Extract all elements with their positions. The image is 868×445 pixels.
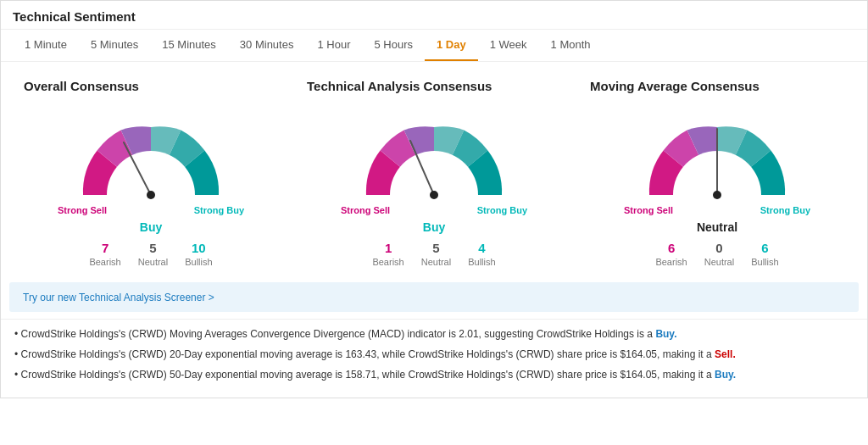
technical-neutral-label: Neutral [421, 257, 451, 267]
tab-30-minutes[interactable]: 30 Minutes [228, 30, 306, 61]
technical-bearish-label: Bearish [372, 257, 403, 267]
note-highlight-0: Buy. [655, 328, 676, 340]
screener-bar: Try our new Technical Analysis Screener … [9, 282, 859, 312]
moving-avg-neutral-label: Neutral [704, 257, 734, 267]
moving-avg-gauge [624, 102, 810, 203]
overall-neutral-stat: 5 Neutral [138, 241, 168, 267]
moving-avg-buy-label: Strong Buy [760, 205, 810, 215]
technical-bearish-num: 1 [385, 241, 392, 255]
overall-bearish-stat: 7 Bearish [89, 241, 120, 267]
technical-bullish-label: Bullish [468, 257, 495, 267]
note-highlight-2: Buy. [715, 369, 736, 381]
svg-point-2 [147, 191, 155, 199]
moving-avg-consensus-value: Neutral [697, 220, 737, 234]
moving-avg-bullish-stat: 6 Bullish [751, 241, 778, 267]
tab-1-hour[interactable]: 1 Hour [305, 30, 362, 61]
svg-point-5 [430, 191, 438, 199]
moving-avg-stats: 6 Bearish 0 Neutral 6 Bullish [655, 241, 778, 267]
moving-avg-sell-label: Strong Sell [624, 205, 673, 215]
overall-bullish-stat: 10 Bullish [185, 241, 212, 267]
note-item-0: CrowdStrike Holdings's (CRWD) Moving Ave… [14, 326, 854, 342]
notes-section: CrowdStrike Holdings's (CRWD) Moving Ave… [1, 320, 867, 398]
technical-consensus-block: Technical Analysis Consensus Strong Sell [307, 79, 561, 267]
moving-avg-bearish-stat: 6 Bearish [655, 241, 687, 267]
technical-sell-label: Strong Sell [341, 205, 390, 215]
tab-1-minute[interactable]: 1 Minute [13, 30, 79, 61]
tab-5-minutes[interactable]: 5 Minutes [79, 30, 150, 61]
technical-bearish-stat: 1 Bearish [372, 241, 403, 267]
widget-title: Technical Sentiment [13, 9, 855, 24]
technical-sentiment-widget: Technical Sentiment 1 Minute5 Minutes15 … [0, 0, 868, 398]
technical-buy-label: Strong Buy [477, 205, 527, 215]
moving-avg-gauge-svg [624, 102, 810, 203]
overall-sell-label: Strong Sell [58, 205, 107, 215]
technical-gauge-labels: Strong Sell Strong Buy [341, 205, 527, 215]
svg-point-8 [713, 191, 721, 199]
technical-neutral-stat: 5 Neutral [421, 241, 451, 267]
technical-gauge [341, 102, 527, 203]
overall-title: Overall Consensus [24, 79, 139, 93]
technical-stats: 1 Bearish 5 Neutral 4 Bullish [372, 241, 495, 267]
widget-header: Technical Sentiment [1, 1, 867, 30]
gauges-row: Overall Consensus [1, 62, 867, 275]
moving-avg-gauge-labels: Strong Sell Strong Buy [624, 205, 810, 215]
technical-neutral-num: 5 [432, 241, 439, 255]
overall-gauge-svg [58, 102, 244, 203]
overall-stats: 7 Bearish 5 Neutral 10 Bullish [89, 241, 212, 267]
moving-avg-neutral-num: 0 [715, 241, 722, 255]
moving-avg-bearish-num: 6 [668, 241, 675, 255]
technical-consensus-value: Buy [423, 220, 445, 234]
technical-bullish-stat: 4 Bullish [468, 241, 495, 267]
overall-bearish-num: 7 [102, 241, 108, 255]
tab-1-week[interactable]: 1 Week [478, 30, 539, 61]
moving-avg-bullish-label: Bullish [751, 257, 778, 267]
overall-bullish-label: Bullish [185, 257, 212, 267]
moving-avg-bullish-num: 6 [761, 241, 768, 255]
tab-1-day[interactable]: 1 Day [425, 30, 478, 61]
moving-avg-bearish-label: Bearish [655, 257, 687, 267]
note-item-1: CrowdStrike Holdings's (CRWD) 20-Day exp… [14, 347, 854, 362]
moving-avg-consensus-block: Moving Average Consensus Strong Sell [590, 79, 844, 267]
overall-bearish-label: Bearish [89, 257, 120, 267]
overall-consensus-value: Buy [140, 220, 162, 234]
note-item-2: CrowdStrike Holdings's (CRWD) 50-Day exp… [14, 367, 854, 382]
screener-link[interactable]: Try our new Technical Analysis Screener … [23, 292, 214, 303]
tab-5-hours[interactable]: 5 Hours [362, 30, 425, 61]
note-highlight-1: Sell. [715, 348, 736, 360]
technical-gauge-svg [341, 102, 527, 203]
overall-bullish-num: 10 [192, 241, 206, 255]
overall-gauge [58, 102, 244, 203]
overall-gauge-labels: Strong Sell Strong Buy [58, 205, 244, 215]
technical-bullish-num: 4 [478, 241, 485, 255]
moving-avg-title: Moving Average Consensus [590, 79, 760, 93]
overall-neutral-num: 5 [149, 241, 156, 255]
overall-neutral-label: Neutral [138, 257, 168, 267]
time-tabs: 1 Minute5 Minutes15 Minutes30 Minutes1 H… [1, 30, 867, 62]
technical-title: Technical Analysis Consensus [307, 79, 492, 93]
overall-consensus-block: Overall Consensus [24, 79, 278, 267]
tab-15-minutes[interactable]: 15 Minutes [150, 30, 228, 61]
moving-avg-neutral-stat: 0 Neutral [704, 241, 734, 267]
overall-buy-label: Strong Buy [194, 205, 244, 215]
tab-1-month[interactable]: 1 Month [539, 30, 603, 61]
